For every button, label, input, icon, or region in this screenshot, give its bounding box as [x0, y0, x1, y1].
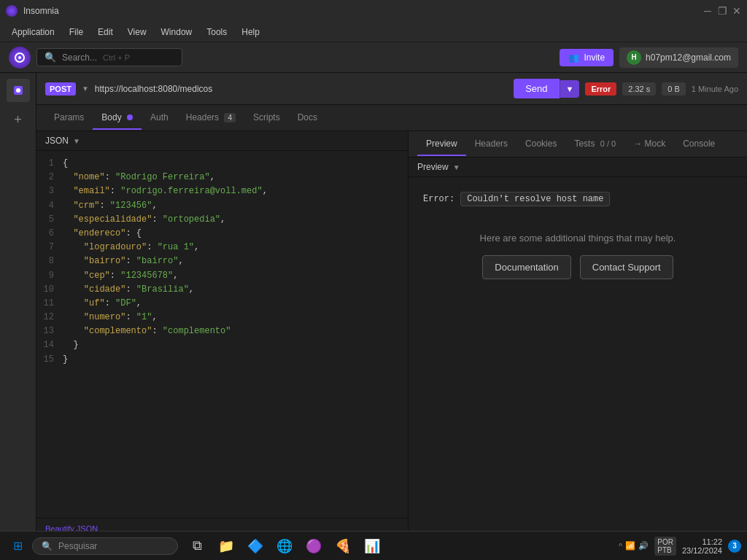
- sidebar: +: [0, 73, 36, 538]
- preview-tab-mock[interactable]: → Mock: [624, 133, 674, 156]
- taskbar-search-text: Pesquisar: [58, 541, 97, 551]
- line-1: 1{: [39, 157, 405, 171]
- minimize-button[interactable]: ─: [703, 7, 712, 15]
- line-12: 12 "numero": "1",: [39, 311, 405, 324]
- menu-window[interactable]: Window: [155, 24, 198, 40]
- preview-tab-cookies[interactable]: Cookies: [516, 133, 565, 156]
- language-badge[interactable]: PORPTB: [654, 537, 676, 556]
- taskbar-search[interactable]: 🔍 Pesquisar: [32, 537, 178, 555]
- tab-params[interactable]: Params: [45, 106, 93, 130]
- invite-button[interactable]: 👥 Invite: [560, 49, 614, 66]
- line-10: 10 "cidade": "Brasilia",: [39, 283, 405, 297]
- error-label: Error:: [423, 194, 454, 204]
- line-5: 5 "especialidade": "ortopedia",: [39, 213, 405, 227]
- tab-body[interactable]: Body: [93, 106, 142, 130]
- menu-view[interactable]: View: [122, 24, 152, 40]
- content-area: POST ▼ https://localhost:8080/medicos Se…: [36, 73, 747, 538]
- method-dropdown[interactable]: ▼: [82, 85, 89, 93]
- line-2: 2 "nome": "Rodrigo Ferreira",: [39, 171, 405, 184]
- json-toolbar: JSON ▼: [36, 131, 408, 151]
- preview-content: Error: Couldn't resolve host name Here a…: [409, 177, 747, 538]
- help-buttons: Documentation Contact Support: [482, 255, 673, 279]
- app-logo: [9, 47, 31, 69]
- line-13: 13 "complemento": "complemento": [39, 324, 405, 338]
- taskbar-task-view[interactable]: ⧉: [184, 533, 210, 559]
- sidebar-add-button[interactable]: +: [7, 108, 30, 131]
- user-badge[interactable]: H h07pm12@gmail.com: [619, 47, 738, 68]
- json-dropdown-arrow[interactable]: ▼: [73, 137, 80, 145]
- search-box[interactable]: 🔍 Search... Ctrl + P: [36, 48, 182, 66]
- taskbar-insomnia[interactable]: 🟣: [301, 533, 327, 559]
- request-bar: POST ▼ https://localhost:8080/medicos Se…: [36, 73, 747, 105]
- svg-point-3: [16, 88, 20, 93]
- body-dot: [127, 114, 133, 120]
- title-bar-controls: ─ ❐ ✕: [703, 7, 741, 15]
- tab-auth[interactable]: Auth: [142, 106, 177, 130]
- menu-edit[interactable]: Edit: [92, 24, 119, 40]
- search-shortcut: Ctrl + P: [103, 53, 130, 62]
- response-size: 0 B: [662, 82, 686, 96]
- documentation-button[interactable]: Documentation: [482, 255, 570, 279]
- send-dropdown-button[interactable]: ▼: [560, 80, 580, 98]
- taskbar-icon-wifi: 📶: [625, 541, 635, 551]
- taskbar-app7[interactable]: 📊: [359, 533, 385, 559]
- response-time: 2.32 s: [622, 82, 656, 96]
- send-button[interactable]: Send: [514, 79, 559, 98]
- taskbar-icon-volume: 🔊: [638, 541, 649, 551]
- taskbar: ⊞ 🔍 Pesquisar ⧉ 📁 🔷 🌐 🟣 🍕 📊 ^ 📶 🔊 PORPTB…: [0, 531, 747, 560]
- menu-application[interactable]: Application: [6, 24, 61, 40]
- maximize-button[interactable]: ❐: [718, 7, 727, 15]
- close-button[interactable]: ✕: [732, 7, 741, 15]
- taskbar-explorer[interactable]: 📁: [213, 533, 239, 559]
- help-section: Here are some additional things that may…: [423, 233, 732, 279]
- search-icon: 🔍: [44, 52, 56, 63]
- split-pane: JSON ▼ 1{ 2 "nome": "Rodrigo Ferreira", …: [36, 131, 747, 538]
- contact-support-button[interactable]: Contact Support: [580, 255, 673, 279]
- method-badge: POST: [45, 82, 76, 96]
- tab-docs[interactable]: Docs: [289, 106, 326, 130]
- invite-icon: 👥: [568, 52, 579, 63]
- avatar: H: [627, 50, 641, 65]
- taskbar-chrome[interactable]: 🌐: [271, 533, 298, 559]
- preview-dropdown-arrow[interactable]: ▼: [453, 163, 460, 171]
- response-timestamp: 1 Minute Ago: [692, 85, 738, 93]
- preview-tabs-bar: Preview Headers Cookies Tests 0 / 0 → Mo…: [409, 131, 747, 158]
- line-11: 11 "uf": "DF",: [39, 297, 405, 311]
- notification-badge[interactable]: 3: [728, 540, 741, 553]
- request-tabs-bar: Params Body Auth Headers 4 Scripts Docs: [36, 105, 747, 131]
- taskbar-app6[interactable]: 🍕: [330, 533, 356, 559]
- tab-headers[interactable]: Headers 4: [177, 106, 244, 130]
- title-bar-left: Insomnia: [6, 5, 59, 17]
- user-email: h07pm12@gmail.com: [646, 52, 731, 63]
- preview-tab-headers[interactable]: Headers: [466, 133, 516, 156]
- sidebar-home-button[interactable]: [7, 79, 30, 102]
- start-button[interactable]: ⊞: [6, 534, 29, 558]
- chevron-icon[interactable]: ^: [619, 542, 622, 551]
- error-code: Couldn't resolve host name: [460, 192, 610, 206]
- preview-tab-preview[interactable]: Preview: [417, 133, 466, 156]
- top-toolbar: 🔍 Search... Ctrl + P 👥 Invite H h07pm12@…: [0, 42, 747, 73]
- line-14: 14 }: [39, 338, 405, 352]
- app-title: Insomnia: [23, 6, 59, 16]
- title-bar: Insomnia ─ ❐ ✕: [0, 0, 747, 22]
- headers-count: 4: [224, 113, 236, 122]
- svg-point-1: [18, 56, 21, 59]
- menu-help[interactable]: Help: [236, 24, 266, 40]
- preview-tab-console[interactable]: Console: [674, 133, 724, 156]
- menu-bar: Application File Edit View Window Tools …: [0, 22, 747, 42]
- menu-tools[interactable]: Tools: [201, 24, 233, 40]
- taskbar-icons: ⧉ 📁 🔷 🌐 🟣 🍕 📊: [181, 533, 616, 559]
- url-input[interactable]: https://localhost:8080/medicos: [95, 84, 508, 94]
- menu-file[interactable]: File: [63, 24, 89, 40]
- json-editor[interactable]: 1{ 2 "nome": "Rodrigo Ferreira", 3 "emai…: [36, 151, 408, 518]
- preview-toolbar: Preview ▼: [409, 158, 747, 177]
- taskbar-right: ^ 📶 🔊 PORPTB 11:22 23/12/2024 3: [619, 537, 741, 556]
- preview-tab-tests[interactable]: Tests 0 / 0: [565, 133, 624, 156]
- json-label: JSON: [45, 136, 69, 146]
- line-7: 7 "logradouro": "rua 1",: [39, 241, 405, 254]
- search-placeholder: Search...: [62, 52, 97, 63]
- taskbar-jetbrains[interactable]: 🔷: [242, 533, 268, 559]
- tab-scripts[interactable]: Scripts: [244, 106, 289, 130]
- main-layout: + POST ▼ https://localhost:8080/medicos …: [0, 73, 747, 538]
- preview-pane: Preview Headers Cookies Tests 0 / 0 → Mo…: [409, 131, 747, 538]
